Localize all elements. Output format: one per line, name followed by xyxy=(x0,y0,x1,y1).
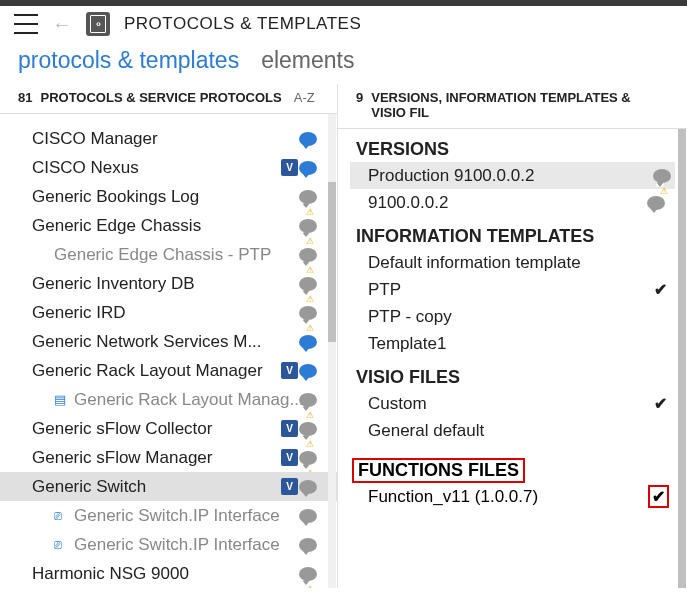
interface-tree-icon: ⎚ xyxy=(54,537,68,552)
function-file-row[interactable]: Function_v11 (1.0.0.7) ✔ xyxy=(338,483,687,510)
comment-warning-icon xyxy=(299,277,317,291)
protocol-label: Harmonic NSG 9000 xyxy=(32,564,319,584)
versions-heading: VERSIONS xyxy=(356,139,669,160)
page-title: PROTOCOLS & TEMPLATES xyxy=(124,14,361,34)
functions-files-heading: FUNCTIONS FILES xyxy=(358,460,519,480)
protocols-panel-header: 81 PROTOCOLS & SERVICE PROTOCOLS A-Z xyxy=(0,84,337,114)
protocol-item[interactable]: Generic IRD xyxy=(0,298,337,327)
comment-warning-icon xyxy=(299,393,317,407)
comment-icon xyxy=(647,196,665,210)
tab-protocols-templates[interactable]: protocols & templates xyxy=(18,47,239,74)
protocols-scrollbar[interactable] xyxy=(328,114,336,588)
visio-icon xyxy=(281,478,298,495)
back-arrow-icon: ← xyxy=(52,13,72,36)
protocols-header-label: PROTOCOLS & SERVICE PROTOCOLS xyxy=(40,90,281,105)
protocol-label: Generic sFlow Manager xyxy=(32,448,319,468)
row-label: Production 9100.0.0.2 xyxy=(368,166,534,186)
details-panel-header: 9 VERSIONS, INFORMATION TEMPLATES & VISI… xyxy=(338,84,687,129)
visio-icon xyxy=(281,420,298,437)
comment-icon xyxy=(299,364,317,378)
protocols-count: 81 xyxy=(18,90,32,105)
info-templates-section: INFORMATION TEMPLATES Default informatio… xyxy=(338,216,687,357)
comment-warning-icon xyxy=(299,219,317,233)
row-label: PTP - copy xyxy=(368,307,452,327)
visio-files-section: VISIO FILES Custom✔General default xyxy=(338,357,687,444)
row-label: 9100.0.0.2 xyxy=(368,193,448,213)
details-count: 9 xyxy=(356,90,363,105)
protocol-label: Generic Edge Chassis - PTP xyxy=(54,245,319,265)
interface-tree-icon: ⎚ xyxy=(54,508,68,523)
protocol-label: Generic Edge Chassis xyxy=(32,216,319,236)
info-template-row[interactable]: PTP - copy xyxy=(356,303,669,330)
comment-warning-icon xyxy=(299,451,317,465)
visio-icon xyxy=(281,159,298,176)
protocol-label: Generic sFlow Collector xyxy=(32,419,319,439)
protocols-page-icon xyxy=(86,12,110,36)
tab-elements[interactable]: elements xyxy=(261,47,354,74)
comment-icon xyxy=(299,161,317,175)
protocol-item[interactable]: Generic Inventory DB xyxy=(0,269,337,298)
comment-warning-icon xyxy=(299,248,317,262)
protocol-label: Generic IRD xyxy=(32,303,319,323)
protocol-item[interactable]: ⎚Generic Switch.IP Interface xyxy=(0,530,337,559)
protocol-item[interactable]: CISCO Nexus xyxy=(0,153,337,182)
visio-icon xyxy=(281,449,298,466)
protocols-list: CISCO ManagerCISCO NexusGeneric Bookings… xyxy=(0,114,337,588)
row-label: General default xyxy=(368,421,484,441)
comment-icon xyxy=(299,335,317,349)
comment-icon xyxy=(299,132,317,146)
check-icon: ✔ xyxy=(654,394,667,413)
protocol-item[interactable]: Generic Edge Chassis - PTP xyxy=(0,240,337,269)
row-label: Template1 xyxy=(368,334,446,354)
check-icon: ✔ xyxy=(654,280,667,299)
protocol-item[interactable]: Generic Rack Layout Manager xyxy=(0,356,337,385)
visio-icon xyxy=(281,362,298,379)
comment-icon xyxy=(299,538,317,552)
visio-file-row[interactable]: Custom✔ xyxy=(356,390,669,417)
protocol-item[interactable]: Generic sFlow Collector xyxy=(0,414,337,443)
app-header: ← PROTOCOLS & TEMPLATES xyxy=(0,6,687,43)
protocol-label: Generic Rack Layout Manager xyxy=(32,361,319,381)
protocols-sort[interactable]: A-Z xyxy=(294,90,315,105)
protocol-label: Generic Bookings Log xyxy=(32,187,319,207)
protocol-label: CISCO Nexus xyxy=(32,158,319,178)
protocol-item[interactable]: Generic sFlow Manager xyxy=(0,443,337,472)
visio-file-row[interactable]: General default xyxy=(356,417,669,444)
protocol-item[interactable]: Generic Switch xyxy=(0,472,337,501)
details-scrollbar[interactable] xyxy=(678,129,686,588)
info-template-row[interactable]: Template1 xyxy=(356,330,669,357)
protocol-item[interactable]: Generic Edge Chassis xyxy=(0,211,337,240)
versions-section: VERSIONS Production 9100.0.0.29100.0.0.2 xyxy=(338,129,687,216)
layout-tree-icon: ▤ xyxy=(54,392,68,407)
protocol-label: CISCO Manager xyxy=(32,129,319,149)
comment-icon xyxy=(653,169,671,183)
details-panel: 9 VERSIONS, INFORMATION TEMPLATES & VISI… xyxy=(338,84,687,588)
info-template-row[interactable]: PTP✔ xyxy=(356,276,669,303)
protocol-label: Generic Inventory DB xyxy=(32,274,319,294)
hamburger-menu-icon[interactable] xyxy=(14,14,38,34)
comment-warning-icon xyxy=(299,190,317,204)
version-row[interactable]: Production 9100.0.0.2 xyxy=(350,162,675,189)
version-row[interactable]: 9100.0.0.2 xyxy=(356,189,669,216)
protocol-label: Generic Network Services M... xyxy=(32,332,319,352)
details-header-label: VERSIONS, INFORMATION TEMPLATES & VISIO … xyxy=(371,90,669,120)
comment-warning-icon xyxy=(299,567,317,581)
protocol-label: Generic Rack Layout Manag... xyxy=(74,390,319,410)
protocol-item[interactable]: ⎚Generic Switch.IP Interface xyxy=(0,501,337,530)
protocol-item[interactable]: Generic Network Services M... xyxy=(0,327,337,356)
protocol-item[interactable]: ▤Generic Rack Layout Manag... xyxy=(0,385,337,414)
protocol-label: Generic Switch.IP Interface xyxy=(74,506,319,526)
info-template-row[interactable]: Default information template xyxy=(356,249,669,276)
info-templates-heading: INFORMATION TEMPLATES xyxy=(356,226,669,247)
protocol-label: Generic Switch xyxy=(32,477,319,497)
protocol-item[interactable]: Generic Bookings Log xyxy=(0,182,337,211)
view-tabs: protocols & templates elements xyxy=(0,43,687,84)
protocols-panel: 81 PROTOCOLS & SERVICE PROTOCOLS A-Z CIS… xyxy=(0,84,338,588)
protocol-item[interactable]: CISCO Manager xyxy=(0,124,337,153)
visio-files-heading: VISIO FILES xyxy=(356,367,669,388)
protocol-label: Generic Switch.IP Interface xyxy=(74,535,319,555)
comment-warning-icon xyxy=(299,422,317,436)
function-file-label: Function_v11 (1.0.0.7) xyxy=(368,487,538,507)
protocol-item[interactable]: Harmonic NSG 9000 xyxy=(0,559,337,588)
comment-icon xyxy=(299,480,317,494)
